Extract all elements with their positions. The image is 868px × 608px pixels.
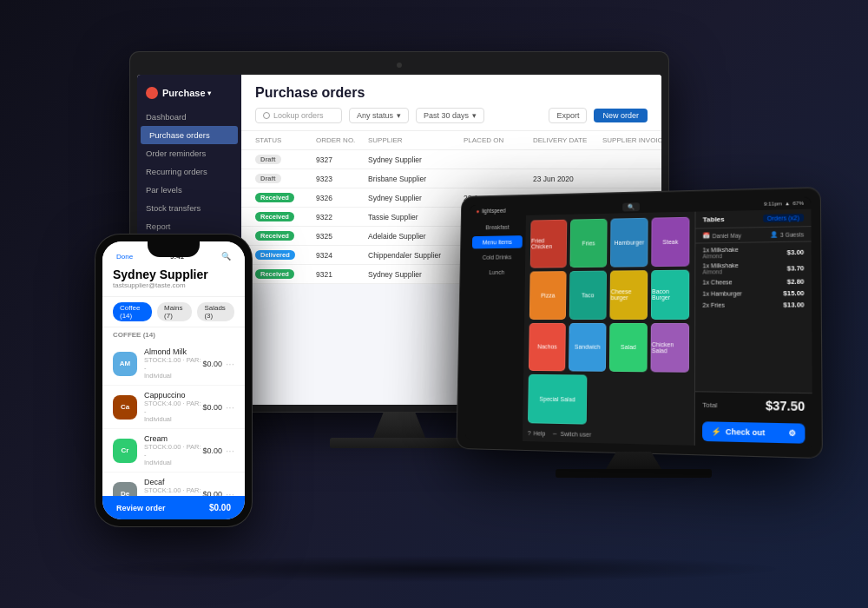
total-label: Total [702, 400, 717, 409]
more-options-icon[interactable]: ··· [226, 488, 234, 497]
pos-right-tabs: 📅 Daniel May 👤 3 Guests [695, 227, 811, 243]
checkout-button[interactable]: ⚡ Check out ⚙ [702, 421, 805, 443]
pos-bottom-actions: ? Help ↔ Switch user [528, 426, 689, 439]
cream-icon: Cr [113, 439, 137, 463]
pos-nav-lunch[interactable]: Lunch [471, 266, 522, 279]
pos-nav-cold-drinks[interactable]: Cold Drinks [472, 250, 523, 263]
pos-item-hamburger[interactable]: Hamburger [610, 218, 648, 268]
phone-tab-coffee[interactable]: Coffee (14) [113, 302, 152, 321]
settings-icon: ⚙ [788, 429, 796, 439]
sidebar-item-par-levels[interactable]: Par levels [137, 181, 241, 199]
supplier-name: Sydney Supplier [368, 194, 464, 202]
phone-item-cream[interactable]: Cr Cream STOCK:0.00 · PAR: - Individual … [102, 429, 245, 473]
status-badge: Received [255, 231, 294, 241]
pos-item-cheese-burger[interactable]: Cheese burger [609, 270, 648, 320]
pos-item-steak[interactable]: Steak [651, 217, 689, 267]
pos-item-chicken-salad[interactable]: Chicken Salad [651, 323, 690, 373]
search-placeholder: Lookup orders [273, 111, 324, 120]
status-filter-label: Any status [357, 111, 393, 120]
pos-item-fries[interactable]: Fries [569, 219, 607, 268]
new-order-button[interactable]: New order [594, 109, 648, 122]
phone-item-cappuccino[interactable]: Ca Cappuccino STOCK:4.00 · PAR: - Indivi… [102, 386, 245, 429]
phone-bottom-bar: Review order $0.00 [102, 496, 245, 519]
phone-tab-mains[interactable]: Mains (7) [157, 302, 192, 321]
pos-menu-row-1: Fried Chicken Fries Hamburger Steak [530, 217, 690, 268]
tablet-stand [599, 452, 668, 469]
phone-item-decaf[interactable]: De Decaf STOCK:1.00 · PAR: - Individual … [102, 473, 245, 496]
review-order-button[interactable]: Review order [116, 504, 166, 512]
supplier-title: Sydney Supplier [113, 268, 234, 281]
phone-bezel: Done 9:41 🔍 Sydney Supplier tastsupplier… [95, 235, 252, 526]
review-order-price: $0.00 [209, 503, 231, 512]
export-button[interactable]: Export [549, 108, 587, 123]
pos-item-taco[interactable]: Taco [569, 270, 607, 319]
pos-nav-breakfast[interactable]: Breakfast [472, 221, 523, 234]
tablet-bezel: ● lightspeed 🔍 9:11pm ▲ 67% [457, 188, 821, 458]
col-delivery-date: DELIVERY DATE [533, 136, 602, 144]
switch-user-icon: ↔ [552, 431, 558, 437]
date-filter[interactable]: Past 30 days ▾ [416, 108, 484, 123]
desktop-toolbar: Lookup orders Any status ▾ Past 30 days … [255, 108, 648, 123]
pos-nav-menu-items[interactable]: Menu Items [472, 235, 523, 248]
order-no: 9322 [316, 213, 368, 221]
pos-item-nachos[interactable]: Nachos [529, 322, 566, 371]
sidebar-item-recurring-orders[interactable]: Recurring orders [137, 162, 241, 181]
help-btn[interactable]: ? Help [528, 430, 546, 436]
table-row[interactable]: Draft 9323 Brisbane Supplier 23 Jun 2020… [241, 169, 661, 188]
decaf-info: Decaf STOCK:1.00 · PAR: - Individual [144, 478, 202, 496]
status-badge: Received [255, 212, 294, 221]
status-filter[interactable]: Any status ▾ [349, 108, 409, 123]
tablet-base [556, 469, 712, 478]
monitor-camera-bar [137, 59, 661, 71]
pos-item-special-salad[interactable]: Special Salad [528, 374, 587, 425]
phone-notch [148, 241, 200, 257]
total-amount: $37.50 [766, 399, 805, 413]
sidebar-item-order-reminders[interactable]: Order reminders [137, 144, 241, 162]
phone-item-almond-milk[interactable]: AM Almond Milk STOCK:1.00 · PAR: - Indiv… [102, 342, 245, 386]
pos-item-pizza[interactable]: Pizza [529, 271, 567, 320]
table-row[interactable]: Draft 9327 Sydney Supplier $0.00 [241, 150, 661, 169]
ground-shadow [87, 556, 781, 582]
sidebar-item-dashboard[interactable]: Dashboard [137, 108, 241, 126]
phone-tab-salads[interactable]: Salads (3) [197, 302, 234, 321]
search-icon-phone[interactable]: 🔍 [221, 252, 231, 261]
wifi-icon: ▲ [785, 201, 790, 206]
more-options-icon[interactable]: ··· [226, 358, 234, 370]
pos-item-salad[interactable]: Salad [609, 322, 648, 372]
sidebar-item-purchase-orders[interactable]: Purchase orders [141, 126, 238, 144]
sidebar-logo: Purchase ▾ [137, 82, 241, 108]
lightning-icon: ⚡ [711, 427, 720, 437]
search-box[interactable]: Lookup orders [255, 108, 342, 123]
done-label[interactable]: Done [116, 253, 133, 261]
sidebar-purchase-orders-label: Purchase orders [149, 130, 210, 140]
col-status: STATUS [255, 136, 316, 144]
sidebar-stock-transfers-label: Stock transfers [146, 203, 201, 213]
sidebar-par-levels-label: Par levels [146, 185, 182, 195]
order-no: 9321 [316, 270, 368, 279]
sidebar-recurring-orders-label: Recurring orders [146, 167, 207, 176]
sidebar-item-stock-transfers[interactable]: Stock transfers [137, 199, 241, 217]
sidebar-item-report[interactable]: Report [137, 217, 241, 235]
more-options-icon[interactable]: ··· [226, 445, 234, 457]
battery-icon: 67% [792, 201, 804, 206]
mobile-phone: Done 9:41 🔍 Sydney Supplier tastsupplier… [95, 235, 252, 526]
pos-order-item: 1x Hamburger $15.00 [702, 289, 804, 298]
pos-item-sandwich[interactable]: Sandwich [569, 322, 606, 372]
pos-left-nav: Breakfast Menu Items Cold Drinks Lunch [465, 215, 526, 441]
more-options-icon[interactable]: ··· [226, 401, 234, 413]
order-no: 9323 [316, 175, 368, 183]
switch-user-btn[interactable]: ↔ Switch user [552, 431, 591, 438]
order-no: 9324 [316, 251, 368, 260]
guests-label: 👤 3 Guests [770, 230, 804, 238]
status-badge: Delivered [255, 250, 295, 260]
tablet-time: 9:11pm [764, 201, 782, 207]
status-badge: Draft [255, 174, 281, 183]
pos-order-item: 2x Fries $13.00 [702, 301, 804, 309]
order-no: 9326 [316, 194, 368, 202]
supplier-email: tastsupplier@taste.com [113, 281, 234, 289]
sidebar-order-reminders-label: Order reminders [146, 149, 206, 158]
chevron-down-icon: ▾ [397, 111, 401, 120]
pos-item-fried-chicken[interactable]: Fried Chicken [530, 220, 568, 268]
pos-item-bacon-burger[interactable]: Bacon Burger [651, 269, 689, 319]
pos-menu-row-3: Nachos Sandwich Salad Chicken Salad [529, 322, 689, 373]
